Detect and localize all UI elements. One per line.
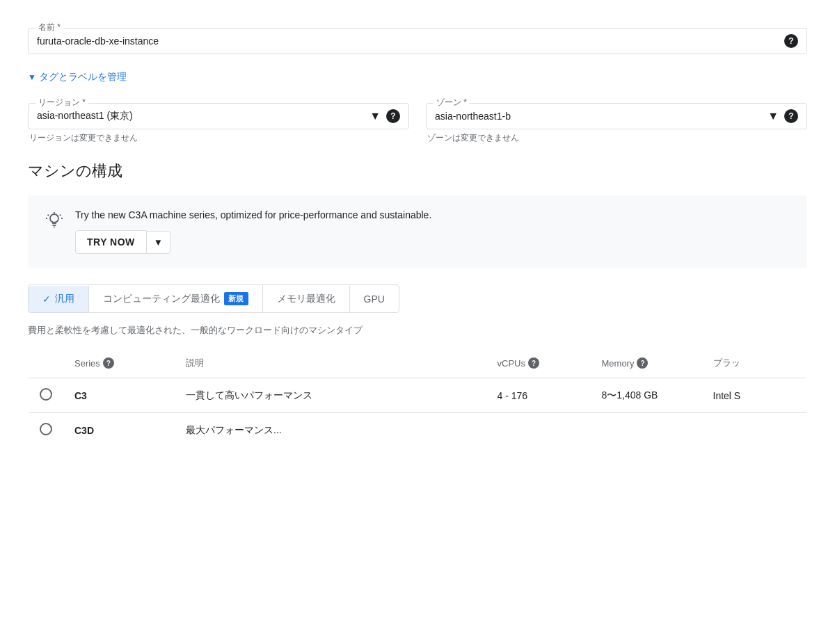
series-help-icon[interactable]: ? <box>103 357 114 369</box>
machine-type-tabs: ✓ 汎用 コンピューティング最適化 新規 メモリ最適化 GPU <box>28 284 399 313</box>
row-c3-memory: 8〜1,408 GB <box>591 378 702 413</box>
banner-text: Try the new C3A machine series, optimize… <box>75 209 790 220</box>
region-zone-row: リージョン * asia-northeast1 (東京) ▼ ? リージョンは変… <box>28 103 807 144</box>
try-now-dropdown-button[interactable]: ▼ <box>147 231 170 254</box>
tags-link[interactable]: ▼ タグとラベルを管理 <box>28 71 807 83</box>
region-field-group: リージョン * asia-northeast1 (東京) ▼ ? リージョンは変… <box>28 103 409 144</box>
row-c3-series: C3 <box>63 378 175 413</box>
col-header-series: Series ? <box>63 348 175 378</box>
memory-help-icon[interactable]: ? <box>637 357 648 369</box>
row-c3d-radio-cell[interactable] <box>29 413 64 448</box>
row-c3-vcpus: 4 - 176 <box>486 378 591 413</box>
region-value: asia-northeast1 (東京) <box>37 110 369 122</box>
table-row: C3 一貫して高いパフォーマンス 4 - 176 8〜1,408 GB Inte… <box>29 378 807 413</box>
chevron-down-icon: ▼ <box>28 72 36 82</box>
banner-content: Try the new C3A machine series, optimize… <box>75 209 790 254</box>
col-header-memory: Memory ? <box>591 348 702 378</box>
vcpus-help-icon[interactable]: ? <box>528 357 539 369</box>
svg-line-5 <box>48 215 49 216</box>
region-label: リージョン * <box>35 97 88 108</box>
tab-compute-label: コンピューティング最適化 <box>103 293 220 305</box>
row-c3d-memory <box>591 413 702 448</box>
row-c3d-desc: 最大パフォーマンス... <box>175 413 486 448</box>
table-header-row: Series ? 説明 vCPUs ? <box>29 348 807 378</box>
name-help-icon[interactable]: ? <box>784 34 798 48</box>
row-c3-platform: Intel S <box>702 378 807 413</box>
zone-field-group: ゾーン * asia-northeast1-b ▼ ? ゾーンは変更できません <box>426 103 807 144</box>
machine-config-section: マシンの構成 Try the new C3A machine ser <box>28 161 807 448</box>
tab-general[interactable]: ✓ 汎用 <box>29 286 89 312</box>
tab-memory[interactable]: メモリ最適化 <box>263 286 350 312</box>
region-dropdown-arrow-icon: ▼ <box>369 110 381 122</box>
zone-help-icon[interactable]: ? <box>784 109 798 123</box>
region-hint: リージョンは変更できません <box>28 132 409 144</box>
region-help-icon[interactable]: ? <box>386 109 400 123</box>
col-header-platform: プラッ <box>702 348 807 378</box>
svg-line-4 <box>60 215 61 216</box>
zone-dropdown-arrow-icon: ▼ <box>768 110 779 122</box>
row-c3d-radio[interactable] <box>40 423 52 435</box>
bulb-icon <box>45 211 64 234</box>
svg-point-8 <box>54 227 55 228</box>
region-select[interactable]: リージョン * asia-northeast1 (東京) ▼ ? <box>28 103 409 129</box>
name-label: 名前 * <box>35 22 63 33</box>
zone-value: asia-northeast1-b <box>435 111 768 122</box>
svg-point-0 <box>50 214 58 223</box>
row-c3-radio-cell[interactable] <box>29 378 64 413</box>
tab-general-label: 汎用 <box>55 293 74 305</box>
try-now-button[interactable]: TRY NOW <box>75 230 147 254</box>
info-banner: Try the new C3A machine series, optimize… <box>28 195 807 268</box>
page-container: 名前 * ? ▼ タグとラベルを管理 リージョン * asia-northeas… <box>0 0 835 448</box>
row-c3-desc: 一貫して高いパフォーマンス <box>175 378 486 413</box>
tab-gpu[interactable]: GPU <box>350 287 399 312</box>
row-c3-radio[interactable] <box>40 388 52 401</box>
machine-table-wrapper: Series ? 説明 vCPUs ? <box>28 348 807 448</box>
col-header-radio <box>29 348 64 378</box>
zone-hint: ゾーンは変更できません <box>426 132 807 144</box>
row-c3d-vcpus <box>486 413 591 448</box>
tab-description: 費用と柔軟性を考慮して最適化された、一般的なワークロード向けのマシンタイプ <box>28 324 807 337</box>
col-header-desc: 説明 <box>175 348 486 378</box>
tags-section: ▼ タグとラベルを管理 <box>28 71 807 83</box>
table-row: C3D 最大パフォーマンス... <box>29 413 807 448</box>
machine-table: Series ? 説明 vCPUs ? <box>28 348 807 448</box>
tab-memory-label: メモリ最適化 <box>277 293 335 305</box>
zone-label: ゾーン * <box>434 97 470 108</box>
name-field-container[interactable]: 名前 * ? <box>28 28 807 54</box>
tab-gpu-label: GPU <box>364 293 385 305</box>
name-field-group: 名前 * ? <box>28 28 807 54</box>
tab-compute[interactable]: コンピューティング最適化 新規 <box>89 285 263 312</box>
machine-config-title: マシンの構成 <box>28 161 807 182</box>
new-badge: 新規 <box>224 292 248 305</box>
row-c3d-series: C3D <box>63 413 175 448</box>
row-c3d-platform <box>702 413 807 448</box>
zone-select[interactable]: ゾーン * asia-northeast1-b ▼ ? <box>426 103 807 129</box>
name-input[interactable] <box>37 35 784 47</box>
try-now-wrapper: TRY NOW ▼ <box>75 230 790 254</box>
check-icon: ✓ <box>42 293 51 305</box>
col-header-vcpus: vCPUs ? <box>486 348 591 378</box>
